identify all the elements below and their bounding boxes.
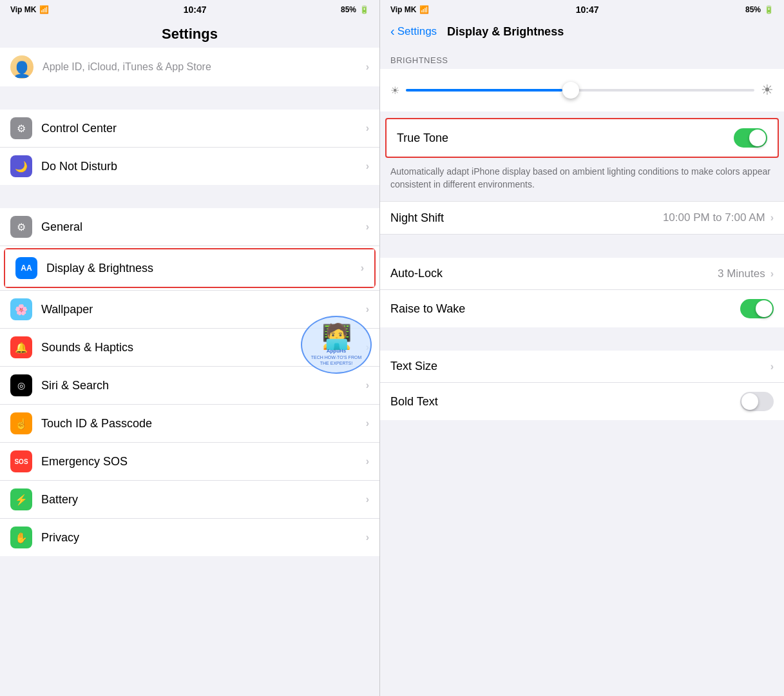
right-content: BRIGHTNESS ☀ ☀ True Tone <box>380 45 784 696</box>
watermark-line2: TECH HOW-TO'S FROM <box>311 354 361 360</box>
auto-lock-value: 3 Minutes <box>718 267 765 280</box>
true-tone-row[interactable]: True Tone <box>385 118 779 158</box>
left-status-left: Vip MK 📶 <box>10 5 49 14</box>
siri-search-label: Siri & Search <box>41 379 366 392</box>
do-not-disturb-chevron: › <box>366 160 369 172</box>
profile-chevron: › <box>366 61 369 73</box>
display-brightness-icon: AA <box>15 257 37 279</box>
touch-id-icon: ☝ <box>10 412 32 434</box>
privacy-icon: ✋ <box>10 527 32 548</box>
right-time: 10:47 <box>576 5 599 15</box>
setting-row-touch-id[interactable]: ☝ Touch ID & Passcode › <box>0 405 379 443</box>
profile-row[interactable]: 👤 Apple ID, iCloud, iTunes & App Store › <box>0 48 379 86</box>
setting-row-general[interactable]: ⚙ General › <box>0 208 379 246</box>
control-center-chevron: › <box>366 122 369 134</box>
raise-to-wake-label: Raise to Wake <box>390 302 740 316</box>
wallpaper-icon: 🌸 <box>10 298 32 320</box>
brightness-slider-track[interactable] <box>406 89 754 92</box>
true-tone-toggle[interactable] <box>734 128 767 148</box>
do-not-disturb-label: Do Not Disturb <box>41 160 366 173</box>
raise-to-wake-row[interactable]: Raise to Wake <box>380 290 784 327</box>
left-status-right: 85% 🔋 <box>341 5 369 14</box>
setting-row-control-center[interactable]: ⚙ Control Center › <box>0 110 379 148</box>
true-tone-wrapper: True Tone <box>380 111 784 158</box>
wallpaper-label: Wallpaper <box>41 303 366 316</box>
bold-text-toggle-knob <box>741 393 758 410</box>
back-label: Settings <box>397 25 437 38</box>
left-wifi-icon: 📶 <box>39 5 49 14</box>
brightness-slider-container[interactable]: ☀ ☀ <box>390 79 774 101</box>
night-shift-value: 10:00 PM to 7:00 AM <box>663 211 765 224</box>
display-brightness-label: Display & Brightness <box>46 262 361 275</box>
battery-icon: ⚡ <box>10 488 32 510</box>
right-status-right: 85% 🔋 <box>745 5 774 14</box>
sounds-haptics-icon: 🔔 <box>10 336 32 358</box>
true-tone-label: True Tone <box>397 131 734 145</box>
sun-large-icon: ☀ <box>761 82 774 99</box>
emergency-sos-icon: SOS <box>10 450 32 472</box>
right-title: Display & Brightness <box>447 25 564 39</box>
bold-text-toggle[interactable] <box>740 392 774 411</box>
divider-2 <box>0 185 379 208</box>
true-tone-description: Automatically adapt iPhone display based… <box>380 160 784 201</box>
battery-chevron: › <box>366 494 369 505</box>
privacy-chevron: › <box>366 532 369 543</box>
setting-row-do-not-disturb[interactable]: 🌙 Do Not Disturb › <box>0 148 379 185</box>
auto-lock-row[interactable]: Auto-Lock 3 Minutes › <box>380 258 784 290</box>
setting-row-privacy[interactable]: ✋ Privacy › <box>0 519 379 556</box>
right-status-bar: Vip MK 📶 10:47 85% 🔋 <box>380 0 784 19</box>
watermark-line1: AppuHs <box>311 348 361 354</box>
right-panel: Vip MK 📶 10:47 85% 🔋 ‹ Settings Display … <box>380 0 784 696</box>
group-1: ⚙ Control Center › 🌙 Do Not Disturb › <box>0 110 379 185</box>
right-wifi-icon: 📶 <box>419 5 429 14</box>
left-nav-header: Settings <box>0 19 379 48</box>
right-battery-percent: 85% <box>745 5 761 14</box>
group-2: ⚙ General › AA Display & Brightness › <box>0 208 379 556</box>
left-status-bar: Vip MK 📶 10:47 85% 🔋 <box>0 0 379 19</box>
text-size-label: Text Size <box>390 360 770 373</box>
text-size-chevron: › <box>770 361 774 372</box>
text-size-row[interactable]: Text Size › <box>380 351 784 383</box>
right-carrier: Vip MK <box>390 5 416 14</box>
setting-row-display-brightness[interactable]: AA Display & Brightness › <box>5 249 374 287</box>
control-center-label: Control Center <box>41 122 366 135</box>
setting-row-emergency-sos[interactable]: SOS Emergency SOS › <box>0 443 379 481</box>
text-section: Text Size › Bold Text <box>380 351 784 420</box>
raise-to-wake-toggle[interactable] <box>740 299 774 318</box>
night-shift-row[interactable]: Night Shift 10:00 PM to 7:00 AM › <box>380 202 784 234</box>
brightness-slider-fill <box>406 89 562 92</box>
siri-search-chevron: › <box>366 380 369 391</box>
bold-text-row[interactable]: Bold Text <box>380 383 784 420</box>
bold-text-label: Bold Text <box>390 395 740 409</box>
battery-label: Battery <box>41 493 366 507</box>
brightness-section: ☀ ☀ <box>380 69 784 111</box>
left-battery-icon: 🔋 <box>359 5 369 14</box>
siri-search-icon: ◎ <box>10 374 32 396</box>
right-divider-2 <box>380 327 784 351</box>
emergency-sos-chevron: › <box>366 456 369 467</box>
general-chevron: › <box>366 221 369 233</box>
right-status-left: Vip MK 📶 <box>390 5 429 14</box>
sun-small-icon: ☀ <box>390 84 399 97</box>
general-label: General <box>41 220 366 234</box>
right-battery-icon: 🔋 <box>764 5 774 14</box>
watermark-line3: THE EXPERTS! <box>311 360 361 366</box>
touch-id-chevron: › <box>366 418 369 429</box>
back-chevron-icon: ‹ <box>390 24 395 39</box>
left-title: Settings <box>10 26 369 43</box>
setting-row-battery[interactable]: ⚡ Battery › <box>0 481 379 519</box>
brightness-row: ☀ ☀ <box>380 69 784 111</box>
raise-to-wake-toggle-knob <box>756 300 772 317</box>
night-shift-label: Night Shift <box>390 211 663 225</box>
auto-lock-label: Auto-Lock <box>390 267 718 280</box>
right-nav-header: ‹ Settings Display & Brightness <box>380 19 784 45</box>
brightness-slider-thumb[interactable] <box>562 82 579 99</box>
left-carrier: Vip MK <box>10 5 36 14</box>
divider-1 <box>0 86 379 110</box>
brightness-section-header: BRIGHTNESS <box>380 45 784 69</box>
back-button[interactable]: ‹ Settings <box>390 24 437 39</box>
privacy-label: Privacy <box>41 531 366 545</box>
lock-section: Auto-Lock 3 Minutes › Raise to Wake <box>380 258 784 327</box>
display-brightness-chevron: › <box>361 262 364 274</box>
profile-avatar: 👤 <box>10 55 33 79</box>
